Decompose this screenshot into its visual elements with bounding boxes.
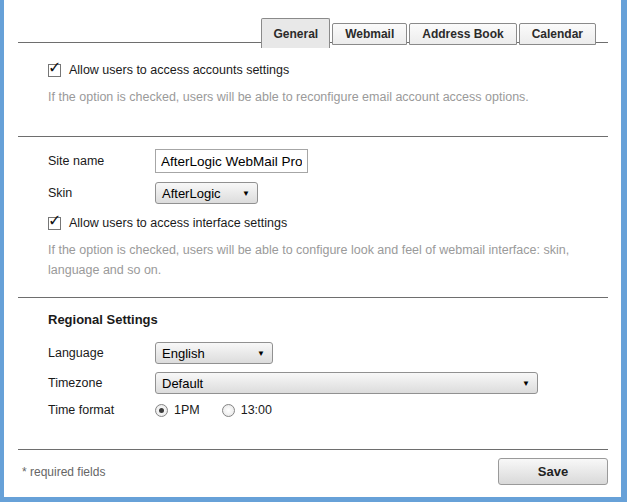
radio-dot bbox=[159, 408, 164, 413]
footer: * required fields Save bbox=[18, 458, 608, 485]
chevron-down-icon: ▼ bbox=[242, 189, 250, 199]
radio-button[interactable] bbox=[222, 404, 235, 417]
tab-calendar[interactable]: Calendar bbox=[519, 23, 596, 45]
tab-bar: General Webmail Address Book Calendar bbox=[18, 0, 608, 45]
language-select[interactable]: English ▼ bbox=[155, 342, 273, 364]
site-name-label: Site name bbox=[48, 154, 155, 168]
time-format-option[interactable]: 13:00 bbox=[222, 403, 272, 417]
skin-row: Skin AfterLogic ▼ bbox=[18, 182, 608, 204]
interface-access-hint: If the option is checked, users will be … bbox=[48, 240, 596, 280]
site-name-row: Site name bbox=[18, 149, 608, 173]
time-format-option[interactable]: 1PM bbox=[155, 403, 200, 417]
tab-address-book[interactable]: Address Book bbox=[409, 23, 516, 45]
timezone-select[interactable]: Default ▼ bbox=[155, 372, 538, 394]
timezone-label: Timezone bbox=[48, 376, 155, 390]
required-fields-note: * required fields bbox=[22, 465, 105, 479]
save-button[interactable]: Save bbox=[498, 458, 608, 485]
section-divider bbox=[18, 297, 608, 298]
checkmark-icon: ✓ bbox=[48, 211, 61, 230]
interface-access-label: Allow users to access interface settings bbox=[69, 216, 287, 230]
accounts-access-hint: If the option is checked, users will be … bbox=[48, 87, 596, 107]
checkmark-icon: ✓ bbox=[48, 58, 61, 77]
chevron-down-icon: ▼ bbox=[522, 379, 530, 389]
time-format-option-label: 1PM bbox=[174, 403, 200, 417]
skin-select[interactable]: AfterLogic ▼ bbox=[155, 182, 258, 204]
skin-select-value: AfterLogic bbox=[162, 186, 221, 201]
language-select-value: English bbox=[162, 346, 205, 361]
timezone-row: Timezone Default ▼ bbox=[18, 372, 608, 394]
time-format-option-label: 13:00 bbox=[241, 403, 272, 417]
tab-general[interactable]: General bbox=[261, 18, 330, 48]
interface-access-checkbox[interactable]: ✓ bbox=[48, 217, 61, 230]
language-label: Language bbox=[48, 346, 155, 360]
footer-divider bbox=[18, 449, 608, 450]
accounts-access-label: Allow users to access accounts settings bbox=[69, 63, 289, 77]
accounts-access-row: ✓ Allow users to access accounts setting… bbox=[48, 62, 608, 78]
time-format-label: Time format bbox=[48, 403, 155, 417]
chevron-down-icon: ▼ bbox=[257, 349, 265, 359]
timezone-select-value: Default bbox=[162, 376, 203, 391]
regional-settings-title: Regional Settings bbox=[48, 312, 608, 327]
site-name-input[interactable] bbox=[155, 149, 308, 173]
section-divider bbox=[18, 136, 608, 137]
radio-button[interactable] bbox=[155, 404, 168, 417]
language-row: Language English ▼ bbox=[18, 342, 608, 364]
tab-webmail[interactable]: Webmail bbox=[332, 23, 407, 45]
settings-window: General Webmail Address Book Calendar ✓ … bbox=[0, 0, 627, 502]
accounts-access-checkbox[interactable]: ✓ bbox=[48, 64, 61, 77]
interface-access-row: ✓ Allow users to access interface settin… bbox=[48, 215, 608, 231]
skin-label: Skin bbox=[48, 186, 155, 200]
time-format-row: Time format 1PM 13:00 bbox=[18, 402, 608, 418]
